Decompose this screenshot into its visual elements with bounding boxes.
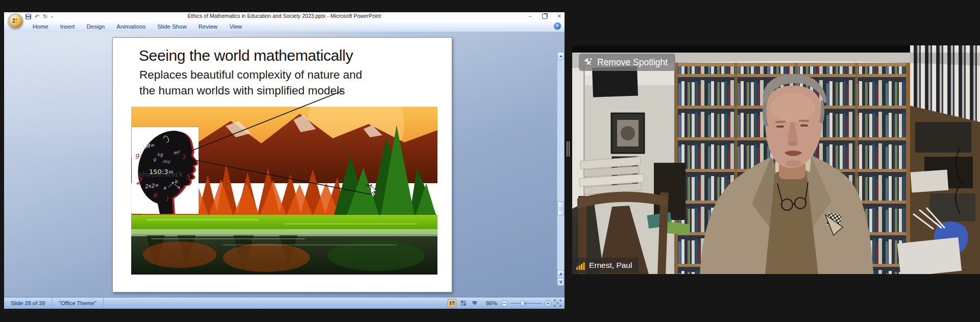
close-button[interactable]: ✕ [557,14,561,19]
split-divider-handle[interactable] [567,141,571,157]
save-icon[interactable] [26,14,31,19]
subtitle-line-1: Replaces beautiful complexity of nature … [139,67,362,83]
remove-spotlight-label: Remove Spotlight [597,57,668,68]
editing-area: Seeing the world mathematically Replaces… [4,32,565,298]
double-up-icon [559,273,562,276]
slide-indicator: Slide 28 of 39 [4,298,52,309]
screen: Ethics of Mathematics in Education and S… [0,0,980,322]
svg-text:3: 3 [182,154,186,160]
theme-name: "Office Theme" [52,298,103,309]
svg-text:dag: dag [162,159,170,164]
slide-sorter-icon [460,300,467,306]
slide-sorter-view-button[interactable] [459,299,468,307]
tab-slide-show[interactable]: Slide Show [152,22,192,31]
normal-view-icon [449,300,455,306]
mouse-cursor [365,181,378,196]
svg-text:2: 2 [136,176,142,186]
remove-spotlight-button[interactable]: Remove Spotlight [579,54,675,71]
svg-text:1: 1 [165,196,168,202]
normal-view-button[interactable] [448,299,456,307]
next-slide-button[interactable] [557,278,564,286]
quick-access-toolbar: ↶ ↻ ▾ [26,13,53,20]
audio-signal-icon [576,261,585,270]
svg-text:kg: kg [157,152,163,157]
tab-design[interactable]: Design [81,22,110,31]
head-silhouette-image[interactable]: 1M= 9 kg m² 3 g dag shutterstock 150:3= [132,127,199,214]
slide-title[interactable]: Seeing the world mathematically [139,47,353,64]
vertical-scrollbar[interactable] [557,52,564,286]
zoom-slider-thumb[interactable] [521,301,524,306]
head-silhouette-art: 1M= 9 kg m² 3 g dag shutterstock 150:3= [132,127,199,214]
fit-to-window-button[interactable] [554,300,561,307]
scroll-up-button[interactable] [557,52,564,60]
tab-animations[interactable]: Animations [111,22,151,31]
tab-insert[interactable]: Insert [55,22,80,31]
svg-text:150:3=: 150:3= [149,168,174,176]
tab-view[interactable]: View [224,22,247,31]
status-bar: Slide 28 of 39 "Office Theme" [4,297,565,309]
help-button[interactable]: ? [554,22,561,30]
pin-icon [584,58,593,67]
undo-icon[interactable]: ↶ [35,14,39,19]
tab-home[interactable]: Home [28,22,54,31]
webcam-scene [572,45,980,274]
subtitle-line-2: the human worlds with simplified models [139,83,362,98]
zoom-slider-track [510,303,542,304]
office-button[interactable] [8,13,23,29]
restore-button[interactable] [542,14,547,19]
minimize-button[interactable]: – [529,14,532,19]
participant-name-tag: Ernest, Paul [572,258,639,273]
svg-text:9: 9 [135,153,140,160]
scrollbar-thumb[interactable] [557,202,564,215]
redo-icon[interactable]: ↻ [43,14,47,19]
slide-show-icon [472,300,478,306]
slide-subtitle[interactable]: Replaces beautiful complexity of nature … [139,67,362,98]
window-title: Ethics of Mathematics in Education and S… [4,13,565,19]
landscape-image[interactable]: 1M= 9 kg m² 3 g dag shutterstock 150:3= [131,107,437,275]
window-titlebar: Ethics of Mathematics in Education and S… [4,12,565,20]
zoom-slider-tick [526,302,526,305]
up-arrow-icon [559,55,562,57]
powerpoint-window: Ethics of Mathematics in Education and S… [4,12,565,309]
window-controls: – ✕ [529,12,561,20]
ribbon-tab-bar: Home Insert Design Animations Slide Show… [4,20,565,32]
svg-text:5: 5 [186,173,190,181]
zoom-in-button[interactable] [545,300,551,307]
zoom-percentage[interactable]: 86% [483,300,497,306]
slide-canvas: Seeing the world mathematically Replaces… [112,37,452,292]
svg-text:a: a [163,185,166,190]
office-logo-icon [13,18,17,23]
slide-show-view-button[interactable] [470,299,479,307]
previous-slide-button[interactable] [557,270,564,278]
zoom-slider[interactable] [510,300,542,307]
video-feed: Remove Spotlight Ernest, Paul [572,45,980,274]
customize-toolbar-icon[interactable]: ▾ [51,15,53,18]
double-down-icon [559,281,562,284]
zoom-out-button[interactable] [501,300,508,307]
participant-name: Ernest, Paul [589,261,632,270]
tab-review[interactable]: Review [193,22,223,31]
